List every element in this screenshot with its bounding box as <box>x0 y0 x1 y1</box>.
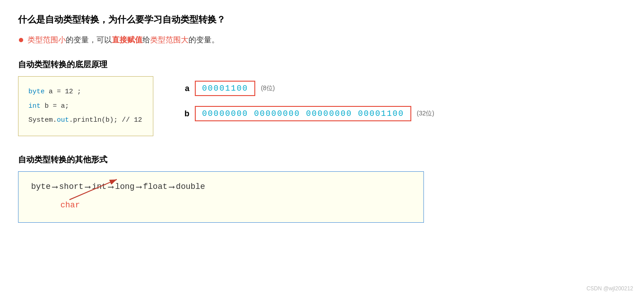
type-double: double <box>176 182 205 191</box>
bits-label-b: (32位) <box>417 110 434 118</box>
keyword-int: int <box>28 102 41 110</box>
label-b: b <box>180 109 189 119</box>
arrow-1: ⟶ <box>52 182 57 192</box>
section1-title: 自动类型转换的底层原理 <box>18 59 626 70</box>
arrow-5: ⟶ <box>169 182 174 192</box>
section1: 自动类型转换的底层原理 byte a = 12 ; int b = a; Sys… <box>18 59 626 136</box>
label-a: a <box>180 84 189 93</box>
char-to-int-arrow-svg <box>65 177 137 202</box>
code-line-3: System.out.println(b); // 12 <box>28 113 143 128</box>
code-rest-2: b = a; <box>41 102 69 110</box>
type-flow-box: byte ⟶ short ⟶ int ⟶ long ⟶ float ⟶ doub… <box>18 171 424 223</box>
binary-row-b: b 00000000 00000000 00000000 00001100 (3… <box>180 106 434 121</box>
type-byte: byte <box>31 182 51 191</box>
binary-box-a: 00001100 <box>195 81 255 96</box>
text-direct-assign: 直接赋值 <box>112 36 143 44</box>
main-title: 什么是自动类型转换，为什么要学习自动类型转换？ <box>18 14 626 26</box>
section2: 自动类型转换的其他形式 byte ⟶ short ⟶ int ⟶ long ⟶ … <box>18 154 626 223</box>
code-rest-3: .println(b); // 12 <box>69 116 142 124</box>
bullet-line: ● 类型范围小的变量，可以直接赋值给类型范围大的变量。 <box>18 34 626 46</box>
section2-title: 自动类型转换的其他形式 <box>18 154 626 165</box>
code-system: System. <box>28 116 57 124</box>
bullet-dot: ● <box>18 34 24 46</box>
keyword-byte: byte <box>28 88 45 96</box>
type-float: float <box>143 182 167 191</box>
binary-row-a: a 00001100 (8位) <box>180 81 434 96</box>
binary-box-b: 00000000 00000000 00000000 00001100 <box>195 106 411 121</box>
code-line-2: int b = a; <box>28 99 143 114</box>
text-large-type: 类型范围大 <box>150 36 189 44</box>
code-out: out <box>57 116 69 124</box>
bullet-text-2: 的变量，可以 <box>66 36 112 44</box>
type-char: char <box>60 201 80 210</box>
text-small-type: 类型范围小 <box>28 36 66 44</box>
code-block: byte a = 12 ; int b = a; System.out.prin… <box>18 76 153 136</box>
bits-label-a: (8位) <box>261 84 275 92</box>
content-row-1: byte a = 12 ; int b = a; System.out.prin… <box>18 76 626 136</box>
bullet-text-4: 给 <box>143 36 150 44</box>
arrow-4: ⟶ <box>136 182 141 192</box>
svg-line-1 <box>69 179 117 200</box>
code-line-1: byte a = 12 ; <box>28 85 143 99</box>
bullet-text-6: 的变量。 <box>189 36 219 44</box>
bullet-text: 类型范围小的变量，可以直接赋值给类型范围大的变量。 <box>28 35 219 45</box>
watermark: CSDN @wjl200212 <box>586 285 633 292</box>
code-rest-1: a = 12 ; <box>45 88 81 96</box>
binary-area: a 00001100 (8位) b 00000000 00000000 0000… <box>180 76 434 121</box>
